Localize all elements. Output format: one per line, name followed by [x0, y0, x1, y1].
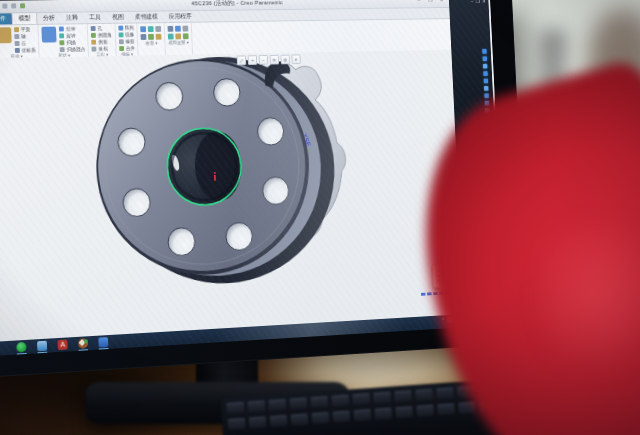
creo-main-area: 45C236.PRT RIGHT TOP FRONT PRT_CSYS_DEF … — [0, 50, 464, 345]
btn-mirror[interactable]: 镜像 — [118, 31, 134, 37]
key — [437, 403, 455, 415]
nav-icon[interactable] — [483, 56, 487, 61]
nav-icon[interactable] — [484, 93, 488, 98]
nav-icon[interactable] — [483, 64, 487, 69]
quick-access-toolbar[interactable] — [0, 3, 25, 8]
key — [291, 413, 309, 425]
zoom-in-icon[interactable]: + — [248, 55, 258, 65]
key — [436, 387, 454, 399]
datum-marker — [214, 175, 216, 181]
blue-app-icon[interactable] — [98, 337, 108, 347]
key — [290, 398, 308, 410]
graphics-toolbar: ⤢ + − ⟳ ◍ ▾ — [237, 54, 301, 65]
redo-icon[interactable] — [11, 3, 16, 8]
key — [249, 416, 267, 428]
tab-annotate[interactable]: 注释 — [60, 12, 84, 23]
refit-icon[interactable]: ⤢ — [237, 55, 247, 65]
btn-revolve[interactable]: 旋转 — [59, 32, 84, 38]
key — [352, 393, 370, 405]
key — [248, 400, 266, 412]
datum-display-icon[interactable]: ▾ — [291, 54, 300, 64]
tab-analysis[interactable]: 分析 — [37, 13, 61, 24]
maximize-button[interactable]: ❐ — [426, 0, 434, 3]
graphics-area[interactable]: ⤢ + − ⟳ ◍ ▾ — [0, 50, 464, 343]
group-surfaces: 曲面 ▾ — [138, 23, 167, 56]
key — [270, 415, 288, 427]
undo-icon[interactable] — [2, 4, 7, 9]
key — [394, 390, 412, 402]
nav-icon[interactable] — [483, 71, 487, 76]
tab-flexible-modeling[interactable]: 柔性建模 — [129, 11, 163, 22]
trade-manager-app-icon[interactable] — [78, 338, 88, 349]
taskbar-apps: A — [16, 337, 108, 352]
key — [310, 396, 328, 408]
acad-restore-button[interactable]: ❐ — [476, 0, 480, 4]
minimize-button[interactable]: – — [415, 0, 423, 3]
btn-point[interactable]: 点 — [14, 40, 35, 46]
window-title: 45C236 (活动的) - Creo Parametric — [191, 0, 283, 8]
key — [415, 389, 433, 401]
file-explorer-icon[interactable] — [37, 341, 47, 352]
key — [331, 395, 349, 407]
tab-view[interactable]: 视图 — [106, 12, 129, 23]
tab-file[interactable]: 文件 — [0, 13, 12, 24]
sketch-icon[interactable] — [0, 27, 11, 43]
repaint-icon[interactable]: ⟳ — [270, 55, 280, 65]
key — [333, 411, 351, 423]
group-shapes: 拉伸 旋转 扫描 扫描混合 形状 ▾ — [39, 24, 90, 58]
btn-extrude[interactable]: 拉伸 — [59, 25, 84, 31]
btn-chamfer[interactable]: 倒角 — [91, 38, 112, 44]
display-style-icon[interactable]: ◍ — [281, 55, 290, 65]
acad-minimize-button[interactable]: – — [471, 0, 474, 4]
tab-model[interactable]: 模型 — [12, 12, 38, 24]
nav-icon[interactable] — [484, 79, 488, 84]
zoom-out-icon[interactable]: − — [259, 55, 269, 65]
key — [374, 408, 392, 420]
key — [353, 409, 371, 421]
regenerate-icon[interactable] — [20, 3, 25, 8]
key — [416, 405, 434, 417]
key — [395, 406, 413, 418]
photo-scene: 45C236 (活动的) - Creo Parametric – ❐ ✕ 文件 … — [0, 0, 640, 435]
tab-applications[interactable]: 应用程序 — [163, 11, 197, 22]
group-engineering: 孔 倒圆角 倒角 拔模 工程 ▾ — [88, 24, 116, 58]
btn-sweep[interactable]: 扫描 — [60, 39, 85, 45]
close-button[interactable]: ✕ — [438, 0, 446, 2]
btn-plane[interactable]: 平面 — [14, 26, 35, 32]
extrude-icon[interactable] — [42, 27, 57, 43]
window-controls: – ❐ ✕ — [415, 0, 446, 3]
creo-window: 45C236 (活动的) - Creo Parametric – ❐ ✕ 文件 … — [0, 0, 464, 345]
tab-tools[interactable]: 工具 — [83, 12, 106, 23]
btn-trim[interactable]: 修剪 — [119, 38, 135, 44]
group-editing: 阵列 镜像 修剪 合并 编辑 ▾ — [115, 23, 139, 56]
3d-flange-model[interactable]: YSE 16K45A SC36 — [0, 50, 465, 337]
btn-round[interactable]: 倒圆角 — [91, 32, 112, 38]
screen: 45C236 (活动的) - Creo Parametric – ❐ ✕ 文件 … — [0, 0, 506, 358]
btn-axis[interactable]: 轴 — [14, 33, 35, 39]
key — [269, 399, 287, 411]
key — [312, 412, 330, 424]
btn-pattern[interactable]: 阵列 — [118, 24, 134, 30]
key — [373, 392, 391, 404]
nav-icon[interactable] — [484, 86, 488, 91]
messenger-app-icon[interactable] — [16, 342, 26, 353]
btn-hole[interactable]: 孔 — [91, 25, 112, 31]
autocad-app-icon[interactable]: A — [58, 339, 68, 350]
acad-close-button[interactable]: ✕ — [482, 0, 486, 4]
key — [228, 418, 246, 430]
autocad-window-controls: – ❐ ✕ — [471, 0, 486, 4]
group-model-intent: 模型意图 ▾ — [165, 23, 194, 56]
group-datum: 平面 轴 点 坐标系 基准 ▾ — [0, 25, 40, 59]
key — [227, 402, 245, 414]
nav-icon[interactable] — [482, 49, 486, 54]
